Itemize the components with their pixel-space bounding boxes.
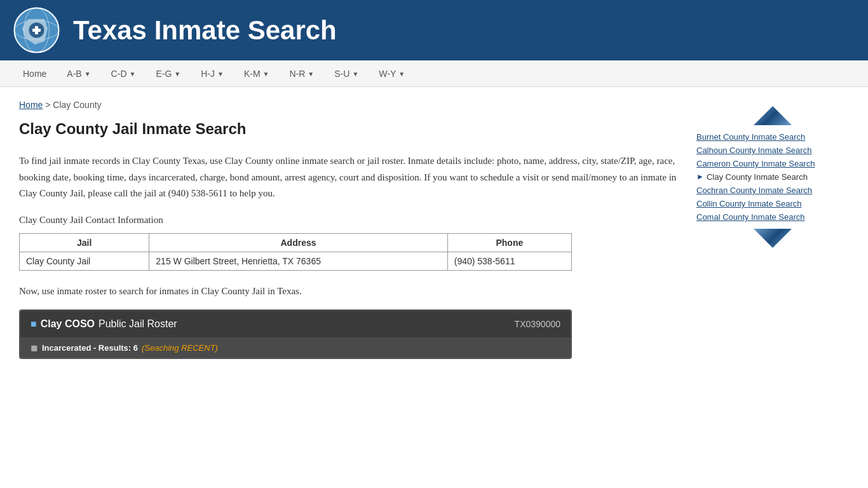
breadcrumb-home[interactable]: Home — [19, 100, 43, 110]
roster-header: ■ Clay COSO Public Jail Roster TX0390000 — [20, 311, 571, 337]
table-header-address: Address — [149, 233, 447, 252]
nav-eg[interactable]: E-G ▼ — [146, 62, 191, 85]
roster-incarcerated-label: Incarcerated - Results: 6 — [42, 343, 138, 353]
roster-icon: ■ — [31, 318, 37, 330]
sidebar-link-burnet[interactable]: Burnet County Inmate Search — [696, 130, 849, 144]
roster-widget: ■ Clay COSO Public Jail Roster TX0390000… — [19, 309, 572, 359]
sidebar-current-label: Clay County Inmate Search — [707, 172, 808, 182]
roster-title: ■ Clay COSO Public Jail Roster — [31, 318, 177, 330]
jail-phone-cell: (940) 538-5611 — [447, 252, 571, 270]
roster-name-rest: Public Jail Roster — [98, 318, 177, 330]
nav-wy[interactable]: W-Y ▼ — [369, 62, 415, 85]
roster-code: TX0390000 — [515, 319, 560, 329]
nav-nr[interactable]: N-R ▼ — [279, 62, 324, 85]
nav-hj[interactable]: H-J ▼ — [191, 62, 234, 85]
roster-results-note: (Seaching RECENT) — [142, 343, 218, 353]
main-container: Home > Clay County Clay County Jail Inma… — [0, 87, 868, 372]
sidebar-links: Burnet County Inmate Search Calhoun Coun… — [696, 130, 849, 224]
roster-status-icon: ◼ — [31, 342, 38, 353]
sidebar-link-calhoun[interactable]: Calhoun County Inmate Search — [696, 144, 849, 157]
diamond-up-icon — [754, 106, 792, 125]
nav-ab[interactable]: A-B ▼ — [57, 62, 100, 85]
sidebar-link-cameron[interactable]: Cameron County Inmate Search — [696, 157, 849, 170]
sidebar-diamond-top — [696, 106, 849, 125]
nav-eg-arrow: ▼ — [174, 71, 180, 78]
breadcrumb-current: Clay County — [53, 100, 101, 110]
table-header-phone: Phone — [447, 233, 571, 252]
roster-name-bold: Clay COSO — [41, 318, 95, 330]
page-description: To find jail inmate records in Clay Coun… — [19, 153, 684, 202]
nav-su[interactable]: S-U ▼ — [324, 62, 369, 85]
page-title: Clay County Jail Inmate Search — [19, 120, 684, 138]
nav-su-arrow: ▼ — [352, 71, 358, 78]
sidebar-current-arrow-icon: ► — [696, 172, 704, 182]
site-title: Texas Inmate Search — [73, 15, 337, 46]
breadcrumb-separator: > — [45, 100, 53, 110]
nav-nr-arrow: ▼ — [308, 71, 314, 78]
site-logo — [13, 6, 60, 54]
table-row: Clay County Jail 215 W Gilbert Street, H… — [20, 252, 572, 270]
nav-hj-arrow: ▼ — [217, 71, 224, 78]
sidebar-current-item: ► Clay County Inmate Search — [696, 170, 849, 184]
sidebar-link-comal[interactable]: Comal County Inmate Search — [696, 210, 849, 224]
main-content: Home > Clay County Clay County Jail Inma… — [19, 100, 684, 359]
nav-km[interactable]: K-M ▼ — [234, 62, 280, 85]
main-nav: Home A-B ▼ C-D ▼ E-G ▼ H-J ▼ K-M ▼ N-R ▼… — [0, 60, 868, 87]
nav-ab-arrow: ▼ — [85, 71, 91, 78]
sidebar-link-cochran[interactable]: Cochran County Inmate Search — [696, 184, 849, 197]
diamond-down-icon — [754, 229, 792, 248]
use-roster-text: Now, use inmate roster to search for inm… — [19, 283, 684, 300]
nav-wy-arrow: ▼ — [398, 71, 405, 78]
breadcrumb: Home > Clay County — [19, 100, 684, 110]
site-header: Texas Inmate Search — [0, 0, 868, 60]
nav-km-arrow: ▼ — [263, 71, 269, 78]
svg-rect-6 — [32, 29, 41, 32]
nav-home[interactable]: Home — [13, 62, 57, 85]
jail-address-cell: 215 W Gilbert Street, Henrietta, TX 7636… — [149, 252, 447, 270]
sidebar-diamond-bottom — [696, 229, 849, 248]
roster-status-bar: ◼ Incarcerated - Results: 6 (Seaching RE… — [20, 337, 571, 358]
jail-name-cell: Clay County Jail — [20, 252, 149, 270]
nav-cd[interactable]: C-D ▼ — [101, 62, 146, 85]
nav-cd-arrow: ▼ — [130, 71, 136, 78]
contact-heading: Clay County Jail Contact Information — [19, 215, 684, 226]
table-header-jail: Jail — [20, 233, 149, 252]
sidebar: Burnet County Inmate Search Calhoun Coun… — [696, 100, 849, 359]
jail-contact-table: Jail Address Phone Clay County Jail 215 … — [19, 233, 572, 271]
sidebar-link-collin[interactable]: Collin County Inmate Search — [696, 197, 849, 210]
